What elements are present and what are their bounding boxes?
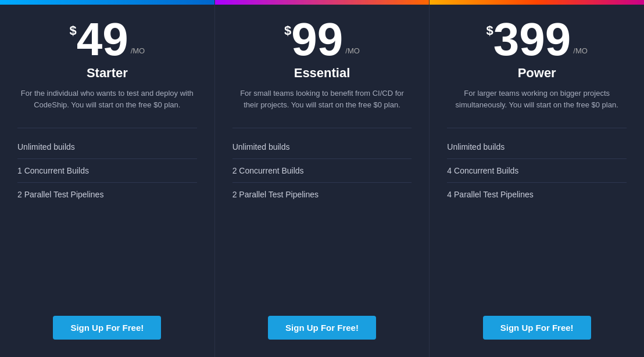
price-amount-starter: 49 <box>77 16 128 63</box>
top-bar-essential <box>215 0 430 5</box>
feature-item-power-2: 4 Parallel Test Pipelines <box>447 183 627 206</box>
price-container-essential: $99/MO <box>284 16 360 63</box>
plan-description-starter: For the individual who wants to test and… <box>17 88 197 110</box>
price-container-power: $399/MO <box>486 16 588 63</box>
top-bar-power <box>430 0 644 5</box>
plan-name-power: Power <box>518 66 556 81</box>
pricing-card-power: $399/MOPowerFor larger teams working on … <box>430 0 644 357</box>
divider-top-starter <box>17 128 197 128</box>
feature-item-power-0: Unlimited builds <box>447 135 627 159</box>
plan-name-starter: Starter <box>87 66 128 81</box>
feature-item-power-1: 4 Concurrent Builds <box>447 159 627 183</box>
plan-description-power: For larger teams working on bigger proje… <box>447 88 627 110</box>
feature-item-essential-0: Unlimited builds <box>232 135 412 159</box>
plan-name-essential: Essential <box>294 66 350 81</box>
top-bar-starter <box>0 0 214 5</box>
feature-item-starter-2: 2 Parallel Test Pipelines <box>17 183 197 206</box>
feature-item-starter-0: Unlimited builds <box>17 135 197 159</box>
feature-list-starter: Unlimited builds1 Concurrent Builds2 Par… <box>17 135 197 304</box>
price-container-starter: $49/MO <box>69 16 145 63</box>
divider-top-essential <box>232 128 412 128</box>
price-period-essential: /MO <box>345 46 360 55</box>
currency-power: $ <box>486 23 493 38</box>
feature-item-essential-2: 2 Parallel Test Pipelines <box>232 183 412 206</box>
signup-button-power[interactable]: Sign Up For Free! <box>483 316 591 340</box>
feature-item-essential-1: 2 Concurrent Builds <box>232 159 412 183</box>
pricing-card-starter: $49/MOStarterFor the individual who want… <box>0 0 215 357</box>
divider-top-power <box>447 128 627 128</box>
signup-button-starter[interactable]: Sign Up For Free! <box>53 316 161 340</box>
price-amount-essential: 99 <box>291 16 343 63</box>
card-content-starter: $49/MOStarterFor the individual who want… <box>0 5 214 357</box>
currency-starter: $ <box>69 23 76 38</box>
currency-essential: $ <box>284 23 291 38</box>
feature-item-starter-1: 1 Concurrent Builds <box>17 159 197 183</box>
pricing-card-essential: $99/MOEssentialFor small teams looking t… <box>215 0 430 357</box>
plan-description-essential: For small teams looking to benefit from … <box>232 88 412 110</box>
price-amount-power: 399 <box>493 16 571 63</box>
pricing-container: $49/MOStarterFor the individual who want… <box>0 0 644 357</box>
feature-list-power: Unlimited builds4 Concurrent Builds4 Par… <box>447 135 627 304</box>
price-period-power: /MO <box>573 46 588 55</box>
feature-list-essential: Unlimited builds2 Concurrent Builds2 Par… <box>232 135 412 304</box>
card-content-power: $399/MOPowerFor larger teams working on … <box>430 5 644 357</box>
card-content-essential: $99/MOEssentialFor small teams looking t… <box>215 5 430 357</box>
signup-button-essential[interactable]: Sign Up For Free! <box>268 316 376 340</box>
price-period-starter: /MO <box>131 46 145 55</box>
